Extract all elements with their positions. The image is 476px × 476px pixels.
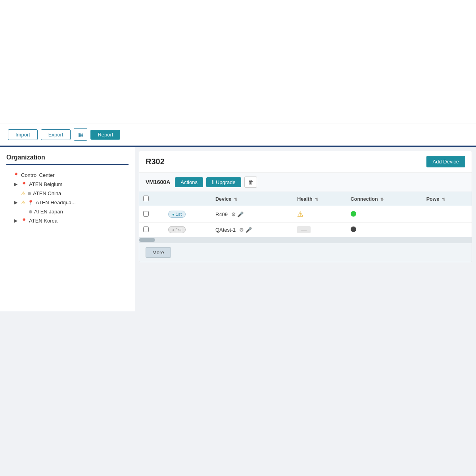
add-device-button[interactable]: Add Device xyxy=(426,156,465,167)
chart-icon: ▦ xyxy=(78,131,83,138)
sidebar-item-label: ATEN Japan xyxy=(34,209,63,215)
trash-icon: 🗑 xyxy=(248,179,253,185)
bottom-space xyxy=(0,311,476,476)
spacer-arrow xyxy=(14,191,19,196)
health-sort-icon[interactable]: ⇅ xyxy=(315,197,318,202)
row-device-cell: R409 ⚙ 🎤 xyxy=(211,206,293,223)
connection-dark-dot xyxy=(351,226,356,232)
col-health-label: Health xyxy=(297,196,312,202)
main-panel: R302 Add Device VM1600A Actions ℹ Upgrad… xyxy=(135,147,476,311)
device-name-label: VM1600A xyxy=(146,179,170,185)
more-row: More xyxy=(139,243,472,262)
power-sort-icon[interactable]: ⇅ xyxy=(442,197,445,202)
expand-arrow: ▶ xyxy=(14,218,19,223)
sidebar-item-aten-belgium[interactable]: ▶ 📍 ATEN Belgium xyxy=(6,180,129,189)
col-checkbox xyxy=(139,192,164,206)
upgrade-info-icon: ℹ xyxy=(212,179,214,185)
more-button[interactable]: More xyxy=(146,247,171,258)
status-dot xyxy=(28,192,31,195)
col-power: Powe ⇅ xyxy=(422,192,472,206)
microphone-icon[interactable]: 🎤 xyxy=(246,227,252,233)
row-2-checkbox[interactable] xyxy=(143,226,149,232)
import-button[interactable]: Import xyxy=(8,129,38,140)
sidebar: Organization 📍 Control Center ▶ 📍 ATEN B… xyxy=(0,147,135,311)
row-health-cell: ⚠ xyxy=(293,206,346,223)
device-sort-icon[interactable]: ⇅ xyxy=(234,197,237,202)
upgrade-button[interactable]: ℹ Upgrade xyxy=(206,177,241,187)
row-checkbox-cell xyxy=(139,206,164,223)
spacer-arrow xyxy=(22,209,27,214)
sidebar-item-aten-japan[interactable]: ATEN Japan xyxy=(6,207,129,216)
row-badge-cell: ● 1st xyxy=(164,206,211,223)
table-body: ● 1st R409 ⚙ 🎤 ⚠ xyxy=(139,206,472,237)
panel-box: R302 Add Device VM1600A Actions ℹ Upgrad… xyxy=(139,151,472,262)
sidebar-item-label: ATEN China xyxy=(33,190,61,196)
scroll-thumb xyxy=(139,238,155,242)
panel-title: R302 xyxy=(146,157,165,166)
delete-button[interactable]: 🗑 xyxy=(244,177,257,188)
upgrade-label: Upgrade xyxy=(216,179,236,185)
row-checkbox-cell xyxy=(139,223,164,237)
device-name: R409 xyxy=(215,211,228,217)
device-name: QAtest-1 xyxy=(215,227,236,233)
app-wrapper: Import Export ▦ Report Organization 📍 Co… xyxy=(0,0,476,476)
col-connection: Connection ⇅ xyxy=(347,192,422,206)
select-all-checkbox[interactable] xyxy=(143,196,149,201)
content-area: Organization 📍 Control Center ▶ 📍 ATEN B… xyxy=(0,147,476,311)
report-button[interactable]: Report xyxy=(90,130,120,140)
table-row: ● 1st QAtest-1 ⚙ 🎤 — xyxy=(139,223,472,237)
row-health-cell: — xyxy=(293,223,346,237)
sidebar-item-aten-china[interactable]: ⚠ ATEN China xyxy=(6,189,129,198)
row-power-cell xyxy=(422,206,472,223)
pin-icon: 📍 xyxy=(21,182,27,187)
export-button[interactable]: Export xyxy=(41,129,71,140)
sidebar-item-label: Control Center xyxy=(21,172,55,178)
pin-icon: 📍 xyxy=(13,173,19,178)
status-dot xyxy=(29,210,32,213)
col-badge xyxy=(164,192,211,206)
microphone-icon[interactable]: 🎤 xyxy=(237,211,244,217)
panel-header: R302 Add Device xyxy=(139,151,472,173)
spacer-arrow xyxy=(6,173,11,178)
sidebar-item-label: ATEN Belgium xyxy=(29,181,62,187)
badge-label: 1st xyxy=(176,227,182,232)
actions-button[interactable]: Actions xyxy=(175,177,203,187)
settings-icon[interactable]: ⚙ xyxy=(231,211,236,217)
expand-arrow: ▶ xyxy=(14,200,19,205)
connection-sort-icon[interactable]: ⇅ xyxy=(380,197,384,202)
connection-green-dot xyxy=(351,211,356,217)
warning-icon: ⚠ xyxy=(21,200,26,205)
health-dash-badge: — xyxy=(297,226,311,233)
badge-1st-gray: ● 1st xyxy=(168,226,186,233)
horizontal-scrollbar[interactable] xyxy=(139,237,472,243)
pin-icon: 📍 xyxy=(28,200,34,205)
col-device: Device ⇅ xyxy=(211,192,293,206)
badge-1st-active: ● 1st xyxy=(168,211,186,218)
row-connection-cell xyxy=(347,206,422,223)
badge-circle-icon: ● xyxy=(172,228,175,232)
warning-icon: ⚠ xyxy=(21,190,26,196)
sidebar-item-label: ATEN Headqua... xyxy=(36,200,76,205)
sidebar-item-aten-korea[interactable]: ▶ 📍 ATEN Korea xyxy=(6,216,129,225)
badge-label: 1st xyxy=(176,212,182,217)
row-badge-cell: ● 1st xyxy=(164,223,211,237)
table-row: ● 1st R409 ⚙ 🎤 ⚠ xyxy=(139,206,472,223)
device-table: Device ⇅ Health ⇅ Connection ⇅ xyxy=(139,192,472,237)
badge-circle-icon: ● xyxy=(172,212,175,217)
health-warning-icon: ⚠ xyxy=(297,210,303,218)
chart-icon-button[interactable]: ▦ xyxy=(74,128,87,141)
device-toolbar: VM1600A Actions ℹ Upgrade 🗑 xyxy=(139,173,472,192)
col-device-label: Device xyxy=(215,196,231,202)
sidebar-item-control-center[interactable]: 📍 Control Center xyxy=(6,171,129,180)
row-power-cell xyxy=(422,223,472,237)
expand-arrow: ▶ xyxy=(14,182,19,187)
toolbar: Import Export ▦ Report xyxy=(0,123,476,147)
sidebar-item-label: ATEN Korea xyxy=(29,218,58,224)
sidebar-item-aten-headqua[interactable]: ▶ ⚠ 📍 ATEN Headqua... xyxy=(6,198,129,207)
col-health: Health ⇅ xyxy=(293,192,346,206)
settings-icon[interactable]: ⚙ xyxy=(239,227,244,233)
pin-icon: 📍 xyxy=(21,218,27,224)
row-1-checkbox[interactable] xyxy=(143,211,149,217)
row-connection-cell xyxy=(347,223,422,237)
sidebar-title: Organization xyxy=(6,154,129,165)
